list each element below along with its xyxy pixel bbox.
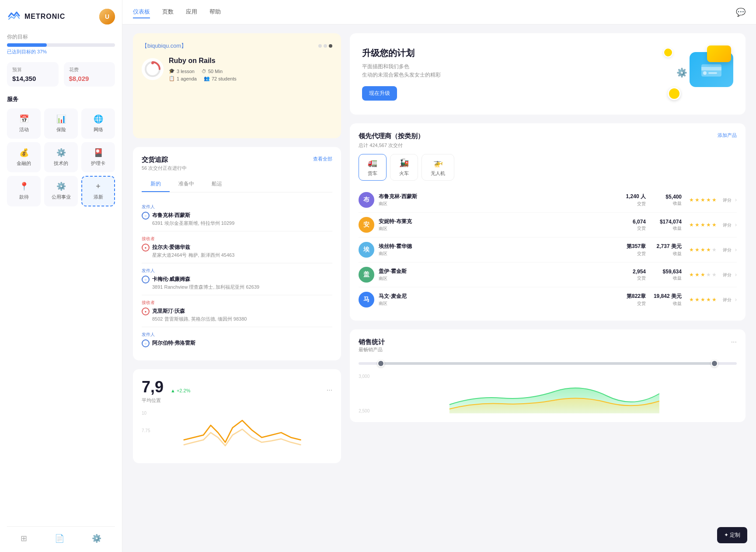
agent-transactions-2: 第357章 交货	[615, 243, 646, 257]
agents-card-header: 领先代理商（按类别） 添加产品	[359, 132, 737, 140]
more-options-icon[interactable]: ···	[327, 386, 332, 394]
upgrade-img-card	[707, 45, 731, 62]
file-icon[interactable]: 📄	[55, 534, 64, 543]
topnav-link-帮助[interactable]: 帮助	[209, 6, 221, 18]
service-item-活动[interactable]: 📅活动	[7, 108, 41, 139]
service-item-添新[interactable]: +添新	[81, 176, 115, 206]
sales-more-icon[interactable]: ···	[731, 338, 737, 346]
svg-rect-6	[708, 72, 717, 74]
topnav-link-页数[interactable]: 页数	[162, 6, 174, 18]
shipment-icon-0: ○	[142, 212, 150, 220]
budget-row: 预算 $14,350 花费 $8,029	[7, 62, 115, 87]
svg-point-5	[703, 71, 707, 75]
agent-arrow-4[interactable]: ›	[735, 297, 737, 303]
agent-tab-火车[interactable]: 🚂火车	[390, 154, 418, 181]
service-item-款待[interactable]: 📍款待	[7, 176, 41, 206]
topnav-links: 仪表板页数应用帮助	[133, 6, 221, 18]
progress-fill	[7, 43, 47, 47]
agent-arrow-0[interactable]: ›	[735, 197, 737, 203]
shipment-tab-准备中[interactable]: 准备中	[170, 177, 203, 192]
slider-handle-left[interactable]	[377, 360, 384, 367]
notification-icon[interactable]: 💬	[736, 7, 746, 17]
topnav-link-仪表板[interactable]: 仪表板	[133, 6, 150, 18]
service-item-护理卡[interactable]: 🎴护理卡	[81, 142, 115, 172]
service-item-网络[interactable]: 🌐网络	[81, 108, 115, 139]
services-label: 服务	[7, 95, 115, 103]
service-item-技术的[interactable]: ⚙️技术的	[44, 142, 78, 172]
svg-rect-4	[701, 67, 721, 70]
view-all-link[interactable]: 查看全部	[313, 156, 332, 162]
sidebar-header: METRONIC U	[7, 9, 115, 24]
chart-y-10: 10	[142, 411, 146, 416]
settings-icon[interactable]: ⚙️	[92, 534, 101, 543]
topnav-link-应用[interactable]: 应用	[186, 6, 197, 18]
sales-chart-svg	[372, 374, 737, 413]
agent-tab-label-2: 无人机	[431, 170, 445, 177]
service-icon-4: ⚙️	[56, 148, 66, 157]
duration-icon: ⏱	[202, 69, 206, 74]
course-duration: ⏱ 50 Min	[202, 68, 223, 74]
agent-avatar-2: 埃	[359, 242, 374, 258]
sales-subtitle: 最畅销产品	[359, 346, 385, 353]
goal-percent-text: 已达到目标的 37%	[7, 49, 115, 55]
agent-tab-无人机[interactable]: 🚁无人机	[422, 154, 454, 181]
agent-stars-4: ★★★★★	[682, 297, 717, 303]
service-item-金融的[interactable]: 💰金融的	[7, 142, 41, 172]
avg-header: 7,9 ▲ +2.2% ···	[142, 378, 332, 396]
agent-rating-label-2: 评分	[718, 247, 732, 253]
shipment-tab-新的[interactable]: 新的	[142, 177, 170, 192]
service-label-3: 金融的	[17, 160, 31, 167]
agent-row-0: 布 布鲁克林·西蒙斯 南区 1,240 人 交货 $5,400 收益 ★★★★★…	[359, 188, 737, 213]
agent-name-2: 埃丝特·霍华德	[379, 243, 615, 250]
lessons-icon: 🎓	[169, 68, 175, 74]
agent-arrow-2[interactable]: ›	[735, 247, 737, 253]
budget-card: 预算 $14,350	[7, 62, 59, 87]
shipment-tab-船运[interactable]: 船运	[203, 177, 231, 192]
agent-arrow-1[interactable]: ›	[735, 222, 737, 228]
agent-tab-货车[interactable]: 🚛货车	[359, 154, 387, 181]
service-item-保险[interactable]: 📊保险	[44, 108, 78, 139]
course-students: 👥 72 students	[204, 76, 237, 81]
agent-region-2: 南区	[379, 251, 615, 257]
user-avatar[interactable]: U	[99, 9, 115, 24]
service-label-6: 款待	[19, 194, 29, 200]
shipment-name-2: 卡梅伦·威廉姆森	[152, 276, 259, 283]
sidebar-footer: ⊞ 📄 ⚙️	[7, 526, 115, 543]
y-3000: 3,000	[359, 374, 369, 379]
service-icon-8: +	[96, 182, 101, 191]
expense-value: $8,029	[69, 75, 110, 82]
agents-title-area: 领先代理商（按类别）	[359, 132, 424, 140]
agent-revenue-4: 19,842 美元 收益	[651, 293, 682, 307]
service-item-公用事业[interactable]: ⚙️公用事业	[44, 176, 78, 206]
agent-tab-icon-1: 🚂	[399, 158, 409, 168]
agent-tab-label-0: 货车	[368, 170, 377, 177]
agent-avatar-4: 马	[359, 292, 374, 307]
avg-trend: ▲ +2.2%	[171, 388, 190, 393]
layers-icon[interactable]: ⊞	[21, 534, 27, 543]
course-card: 【biqubiqu.com】	[133, 33, 341, 138]
agent-name-3: 盖伊·霍金斯	[379, 268, 615, 275]
star-full: ★	[695, 297, 700, 303]
slider-handle-right[interactable]	[711, 360, 718, 367]
course-meta-row2: 📋 1 agenda 👥 72 students	[169, 76, 237, 81]
trend-value: +2.2%	[177, 388, 191, 393]
agent-region-4: 南区	[379, 300, 615, 307]
agents-card: 领先代理商（按类别） 添加产品 总计 424,567 次交付 🚛货车🚂火车🚁无人…	[350, 123, 746, 321]
shipment-content-4: ○ 阿尔伯特·弗洛雷斯	[142, 339, 332, 347]
upgrade-img-svg	[700, 61, 722, 78]
course-card-header: 【biqubiqu.com】	[142, 42, 332, 50]
star-full: ★	[689, 197, 694, 203]
service-label-0: 活动	[19, 126, 29, 133]
service-grid: 📅活动📊保险🌐网络💰金融的⚙️技术的🎴护理卡📍款待⚙️公用事业+添新	[7, 108, 115, 206]
shipment-addr-area-2: 卡梅伦·威廉姆森 3891 Ranchview 理查森博士, 加利福尼亚州 62…	[152, 276, 259, 290]
upgrade-button[interactable]: 现在升级	[362, 86, 397, 101]
customize-button[interactable]: ✦ 定制	[717, 527, 747, 543]
star-full: ★	[712, 297, 717, 303]
shipment-item-3: 接收者 ● 克里斯汀·沃森 8502 普雷斯顿路, 英格尔伍德, 缅因州 983…	[142, 295, 332, 327]
chart-slider	[359, 360, 737, 367]
agent-transactions-3: 2,954 交货	[615, 269, 646, 281]
shipment-addr-3: 8502 普雷斯顿路, 英格尔伍德, 缅因州 98380	[152, 316, 247, 322]
agent-rating-label-1: 评分	[718, 222, 732, 228]
add-product-button[interactable]: 添加产品	[718, 132, 737, 139]
agent-arrow-3[interactable]: ›	[735, 272, 737, 278]
